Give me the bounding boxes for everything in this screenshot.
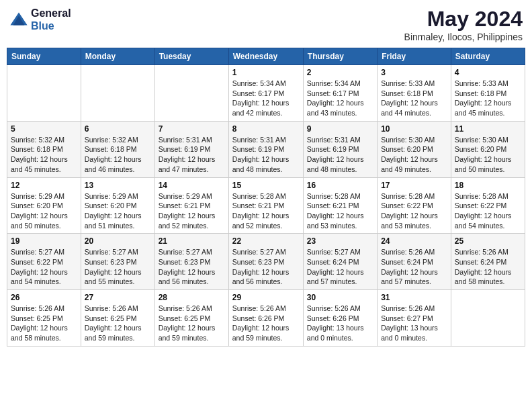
day-info: Sunrise: 5:29 AM Sunset: 6:21 PM Dayligh… — [159, 191, 225, 231]
day-number: 16 — [307, 181, 373, 190]
day-info: Sunrise: 5:27 AM Sunset: 6:24 PM Dayligh… — [307, 247, 373, 287]
calendar-cell: 28Sunrise: 5:26 AM Sunset: 6:25 PM Dayli… — [154, 290, 228, 347]
day-info: Sunrise: 5:27 AM Sunset: 6:23 PM Dayligh… — [159, 247, 225, 287]
day-number: 23 — [307, 236, 373, 246]
header-thursday: Thursday — [303, 48, 377, 65]
day-number: 17 — [381, 181, 447, 190]
calendar-cell: 4Sunrise: 5:33 AM Sunset: 6:18 PM Daylig… — [451, 65, 525, 122]
calendar-table: Sunday Monday Tuesday Wednesday Thursday… — [7, 48, 525, 347]
calendar-cell: 6Sunrise: 5:32 AM Sunset: 6:18 PM Daylig… — [81, 121, 154, 177]
day-number: 30 — [307, 293, 373, 302]
day-info: Sunrise: 5:31 AM Sunset: 6:19 PM Dayligh… — [232, 135, 300, 175]
day-number: 15 — [232, 181, 300, 190]
day-number: 4 — [455, 68, 521, 77]
day-info: Sunrise: 5:27 AM Sunset: 6:22 PM Dayligh… — [11, 247, 77, 287]
day-info: Sunrise: 5:26 AM Sunset: 6:24 PM Dayligh… — [381, 247, 447, 287]
day-number: 19 — [11, 236, 77, 246]
logo-line2: Blue — [31, 19, 71, 32]
calendar-cell — [81, 65, 154, 122]
calendar-cell: 20Sunrise: 5:27 AM Sunset: 6:23 PM Dayli… — [81, 234, 154, 290]
month-year: May 2024 — [404, 7, 523, 32]
header-saturday: Saturday — [451, 48, 525, 65]
calendar-cell: 24Sunrise: 5:26 AM Sunset: 6:24 PM Dayli… — [378, 234, 451, 290]
day-number: 7 — [159, 124, 225, 134]
day-number: 21 — [159, 236, 225, 246]
header-wednesday: Wednesday — [228, 48, 303, 65]
day-number: 13 — [85, 181, 151, 190]
day-number: 8 — [232, 124, 300, 134]
calendar-cell — [154, 65, 228, 122]
day-info: Sunrise: 5:26 AM Sunset: 6:24 PM Dayligh… — [455, 247, 521, 287]
location: Binmaley, Ilocos, Philippines — [404, 32, 523, 42]
calendar-cell — [7, 65, 81, 122]
day-info: Sunrise: 5:30 AM Sunset: 6:20 PM Dayligh… — [381, 135, 447, 175]
day-info: Sunrise: 5:27 AM Sunset: 6:23 PM Dayligh… — [232, 247, 300, 287]
day-info: Sunrise: 5:33 AM Sunset: 6:18 PM Dayligh… — [455, 79, 521, 118]
calendar-cell: 29Sunrise: 5:26 AM Sunset: 6:26 PM Dayli… — [228, 290, 303, 347]
calendar-cell: 19Sunrise: 5:27 AM Sunset: 6:22 PM Dayli… — [7, 234, 81, 290]
day-info: Sunrise: 5:26 AM Sunset: 6:25 PM Dayligh… — [11, 304, 77, 343]
day-info: Sunrise: 5:32 AM Sunset: 6:18 PM Dayligh… — [85, 135, 151, 175]
calendar-week-1: 5Sunrise: 5:32 AM Sunset: 6:18 PM Daylig… — [7, 121, 525, 177]
calendar-cell: 9Sunrise: 5:31 AM Sunset: 6:19 PM Daylig… — [303, 121, 377, 177]
day-number: 27 — [85, 293, 151, 302]
calendar-cell: 12Sunrise: 5:29 AM Sunset: 6:20 PM Dayli… — [7, 177, 81, 234]
header-friday: Friday — [378, 48, 451, 65]
calendar-cell: 27Sunrise: 5:26 AM Sunset: 6:25 PM Dayli… — [81, 290, 154, 347]
day-info: Sunrise: 5:30 AM Sunset: 6:20 PM Dayligh… — [455, 135, 521, 175]
day-info: Sunrise: 5:34 AM Sunset: 6:17 PM Dayligh… — [307, 79, 373, 118]
calendar-cell: 7Sunrise: 5:31 AM Sunset: 6:19 PM Daylig… — [154, 121, 228, 177]
day-number: 3 — [381, 68, 447, 77]
day-info: Sunrise: 5:28 AM Sunset: 6:21 PM Dayligh… — [307, 191, 373, 231]
day-info: Sunrise: 5:26 AM Sunset: 6:26 PM Dayligh… — [307, 304, 373, 343]
day-number: 11 — [455, 124, 521, 134]
day-info: Sunrise: 5:28 AM Sunset: 6:22 PM Dayligh… — [455, 191, 521, 231]
day-number: 1 — [232, 68, 300, 77]
calendar-cell: 5Sunrise: 5:32 AM Sunset: 6:18 PM Daylig… — [7, 121, 81, 177]
calendar-cell: 30Sunrise: 5:26 AM Sunset: 6:26 PM Dayli… — [303, 290, 377, 347]
logo-icon — [9, 10, 28, 29]
calendar-cell: 31Sunrise: 5:26 AM Sunset: 6:27 PM Dayli… — [378, 290, 451, 347]
weekday-header-row: Sunday Monday Tuesday Wednesday Thursday… — [7, 48, 525, 65]
day-number: 22 — [232, 236, 300, 246]
day-number: 18 — [455, 181, 521, 190]
day-info: Sunrise: 5:33 AM Sunset: 6:18 PM Dayligh… — [381, 79, 447, 118]
calendar-cell: 22Sunrise: 5:27 AM Sunset: 6:23 PM Dayli… — [228, 234, 303, 290]
day-number: 25 — [455, 236, 521, 246]
calendar-cell — [451, 290, 525, 347]
day-number: 10 — [381, 124, 447, 134]
calendar-cell: 3Sunrise: 5:33 AM Sunset: 6:18 PM Daylig… — [378, 65, 451, 122]
title-block: May 2024 Binmaley, Ilocos, Philippines — [404, 7, 523, 42]
day-number: 9 — [307, 124, 373, 134]
calendar-week-4: 26Sunrise: 5:26 AM Sunset: 6:25 PM Dayli… — [7, 290, 525, 347]
day-number: 24 — [381, 236, 447, 246]
day-info: Sunrise: 5:26 AM Sunset: 6:25 PM Dayligh… — [159, 304, 225, 343]
day-info: Sunrise: 5:29 AM Sunset: 6:20 PM Dayligh… — [11, 191, 77, 231]
day-number: 26 — [11, 293, 77, 302]
day-number: 14 — [159, 181, 225, 190]
day-info: Sunrise: 5:26 AM Sunset: 6:25 PM Dayligh… — [85, 304, 151, 343]
calendar-week-0: 1Sunrise: 5:34 AM Sunset: 6:17 PM Daylig… — [7, 65, 525, 122]
day-number: 31 — [381, 293, 447, 302]
calendar-cell: 23Sunrise: 5:27 AM Sunset: 6:24 PM Dayli… — [303, 234, 377, 290]
day-info: Sunrise: 5:28 AM Sunset: 6:21 PM Dayligh… — [232, 191, 300, 231]
calendar-cell: 25Sunrise: 5:26 AM Sunset: 6:24 PM Dayli… — [451, 234, 525, 290]
calendar-cell: 18Sunrise: 5:28 AM Sunset: 6:22 PM Dayli… — [451, 177, 525, 234]
day-number: 5 — [11, 124, 77, 134]
day-info: Sunrise: 5:26 AM Sunset: 6:26 PM Dayligh… — [232, 304, 300, 343]
calendar-cell: 11Sunrise: 5:30 AM Sunset: 6:20 PM Dayli… — [451, 121, 525, 177]
header-monday: Monday — [81, 48, 154, 65]
calendar-cell: 2Sunrise: 5:34 AM Sunset: 6:17 PM Daylig… — [303, 65, 377, 122]
day-number: 6 — [85, 124, 151, 134]
day-number: 28 — [159, 293, 225, 302]
calendar-week-2: 12Sunrise: 5:29 AM Sunset: 6:20 PM Dayli… — [7, 177, 525, 234]
day-info: Sunrise: 5:31 AM Sunset: 6:19 PM Dayligh… — [307, 135, 373, 175]
header-sunday: Sunday — [7, 48, 81, 65]
day-number: 2 — [307, 68, 373, 77]
day-info: Sunrise: 5:27 AM Sunset: 6:23 PM Dayligh… — [85, 247, 151, 287]
logo-line1: General — [31, 7, 71, 19]
calendar-cell: 13Sunrise: 5:29 AM Sunset: 6:20 PM Dayli… — [81, 177, 154, 234]
calendar-cell: 26Sunrise: 5:26 AM Sunset: 6:25 PM Dayli… — [7, 290, 81, 347]
day-number: 20 — [85, 236, 151, 246]
day-number: 29 — [232, 293, 300, 302]
